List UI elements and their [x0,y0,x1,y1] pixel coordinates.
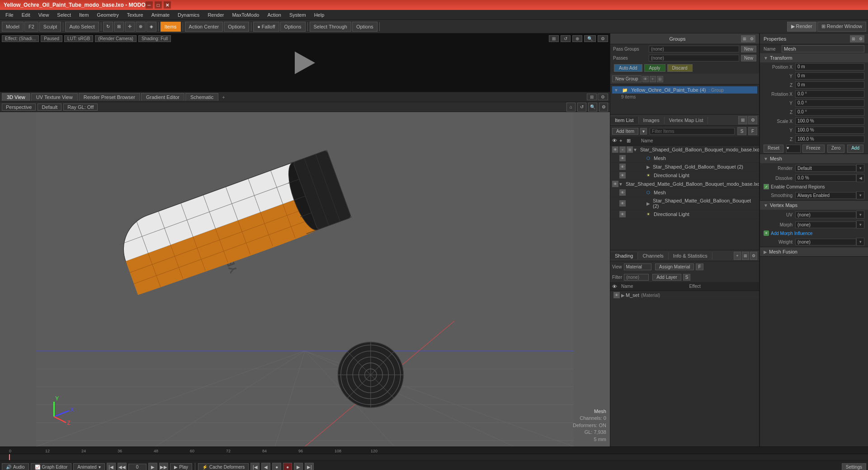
shading-filter-select[interactable]: (none) [624,274,649,281]
item-lock-0[interactable]: + [619,146,626,153]
shading-expand-btn-2[interactable]: ⊞ [742,252,749,260]
audio-btn[interactable]: 🔊 Audio [2,463,29,470]
item-row-1[interactable]: 👁 ⬡ Mesh [610,154,759,163]
ray-gl-btn[interactable]: Ray GL: Off [63,103,98,111]
menu-animate[interactable]: Animate [148,11,173,19]
group-item-main[interactable]: ▼ 📁 Yellow_Ochre_Oil_Paint_Tube (4) : Gr… [612,86,757,94]
props-settings-btn[interactable]: ⚙ [857,35,864,42]
filter-f-btn[interactable]: F [748,127,757,135]
add-item-dropdown[interactable]: ▾ [640,128,647,135]
discard-btn[interactable]: Discard [667,64,693,72]
tab-3d-view[interactable]: 3D View [2,93,30,101]
tab-add-btn[interactable]: + [219,94,227,101]
toolbar-move-btn[interactable]: ✛ [125,22,135,32]
next-key-btn[interactable]: ▶▶ [159,463,168,470]
effect-btn[interactable]: Effect: (Shadi... [2,35,39,42]
dissolve-slider[interactable]: ◀ [856,174,864,182]
mesh-fusion-header[interactable]: ▶ Mesh Fusion [760,247,868,256]
item-vis-0[interactable]: 👁 [612,146,618,153]
enable-cmd-checkbox[interactable]: ✓ [764,184,769,189]
assign-material-btn[interactable]: Assign Material [655,263,694,270]
item-row-7[interactable]: 👁 ☀ Directional Light [610,210,759,219]
shading-expand-btn[interactable]: + [734,252,741,260]
toolbar-select-options-btn[interactable]: Options [352,22,377,32]
prop-rot-x-value[interactable]: 0.0 ° [795,90,864,98]
transform-header[interactable]: ▼ Transform [760,53,868,62]
default-btn[interactable]: Default [38,103,61,111]
groups-icon-2[interactable]: + [650,76,656,82]
groups-icon-3[interactable]: ⊞ [657,76,663,82]
toolbar-action-center-btn[interactable]: Action Center [185,22,223,32]
toolbar-sculpt-btn[interactable]: Sculpt [39,22,61,32]
tab-uv-texture-view[interactable]: UV Texture View [31,93,78,101]
new-group-btn[interactable]: New Group [612,75,642,82]
transport-1[interactable]: |◀ [250,463,259,470]
assign-material-f-btn[interactable]: F [696,263,703,270]
groups-settings-btn[interactable]: ⚙ [748,35,755,42]
tab-render-preset-browser[interactable]: Render Preset Browser [79,93,140,101]
tab-vertex-map-list[interactable]: Vertex Map List [665,117,708,124]
toolbar-rotate-btn[interactable]: ↻ [103,22,113,32]
item-row-3[interactable]: 👁 ☀ Directional Light [610,171,759,180]
shading-vis-0[interactable]: 👁 [612,292,621,298]
shading-btn[interactable]: Shading: Full [138,35,171,42]
add-morph-influence-btn[interactable]: + Add Morph Influence [760,230,868,237]
zero-btn[interactable]: Zero [827,145,845,153]
prop-scale-x-value[interactable]: 100.0 % [795,118,864,125]
cache-deformers-btn[interactable]: ⚡ Cache Deformers [198,463,249,470]
item-row-0[interactable]: 👁 + ⊞ ▼ Star_Shaped_Gold_Balloon_Bouquet… [610,146,759,154]
item-row-6[interactable]: 👁 ▶ Star_Shaped_Matte_Gold_Balloon_Bouqu… [610,197,759,210]
prop-dissolve-value[interactable]: 0.0 % [795,174,856,182]
prop-weight-dropdown[interactable]: (none) [795,239,856,245]
prop-uv-dropdown[interactable]: (none) [795,212,856,218]
shading-row-0[interactable]: 👁 ▶ M_set (Material) [610,291,759,300]
item-vis-7[interactable]: 👁 [619,211,626,217]
transport-2[interactable]: ◀ [261,463,270,470]
menu-texture[interactable]: Texture [123,11,147,19]
prop-enable-cmd-regions[interactable]: ✓ Enable Command Regions [760,183,868,190]
toolbar-select-through-btn[interactable]: Select Through [310,22,351,32]
menu-file[interactable]: File [2,11,17,19]
item-vis-1[interactable]: 👁 [619,155,626,161]
menu-item[interactable]: Item [75,11,92,19]
passes-new-btn[interactable]: New [741,55,756,61]
prop-pos-y-value[interactable]: 0 m [795,72,864,80]
pass-new-btn[interactable]: New [741,46,756,52]
item-vis-5[interactable]: 👁 [619,189,626,196]
smoothing-dropdown-arrow[interactable]: ▾ [856,191,864,199]
prop-render-dropdown[interactable]: Default [795,165,856,172]
toolbar-falloff-btn[interactable]: ● Falloff [253,22,279,32]
item-panel-settings[interactable]: ⚙ [748,116,757,124]
toolbar-mirror-btn[interactable]: ◈ [146,22,156,32]
tab-images[interactable]: Images [639,117,665,124]
skip-start-btn[interactable]: |◀ [107,463,116,470]
menu-action[interactable]: Action [264,11,285,19]
tab-schematic[interactable]: Schematic [185,93,218,101]
groups-expand-btn[interactable]: ⊞ [741,35,748,42]
morph-dropdown-arrow[interactable]: ▾ [856,221,864,229]
uv-dropdown-arrow[interactable]: ▾ [856,211,864,219]
close-btn[interactable]: ✕ [164,1,171,9]
groups-icon-1[interactable]: 👁 [642,76,649,82]
perspective-btn[interactable]: Perspective [2,103,36,111]
prop-scale-y-value[interactable]: 100.0 % [795,127,864,134]
pass-groups-value[interactable]: (none) [649,46,739,52]
menu-system[interactable]: System [286,11,310,19]
item-row-2[interactable]: 👁 ▶ Star_Shaped_Gold_Balloon_Bouquet (2) [610,163,759,171]
toolbar-model-btn[interactable]: Model [2,22,24,32]
maximize-btn[interactable]: □ [155,1,162,9]
tab-channels[interactable]: Channels [638,252,668,259]
weight-dropdown-arrow[interactable]: ▾ [856,238,864,246]
item-panel-expand[interactable]: ⊞ [738,116,747,124]
apply-btn[interactable]: Apply [644,64,665,72]
vp-icon-home[interactable]: ⌂ [566,103,576,112]
animated-btn[interactable]: Animated ▾ [73,463,104,470]
prop-rot-y-value[interactable]: 0.0 ° [795,99,864,107]
preview-icon-2[interactable]: ↺ [561,35,571,42]
menu-edit[interactable]: Edit [18,11,34,19]
add-btn[interactable]: Add [847,145,863,153]
playhead[interactable] [9,454,10,460]
viewport-expand-btn[interactable]: ⊞ [587,94,597,100]
auto-add-btn[interactable]: Auto Add [614,64,642,72]
vp-icon-settings[interactable]: ⚙ [599,103,608,112]
